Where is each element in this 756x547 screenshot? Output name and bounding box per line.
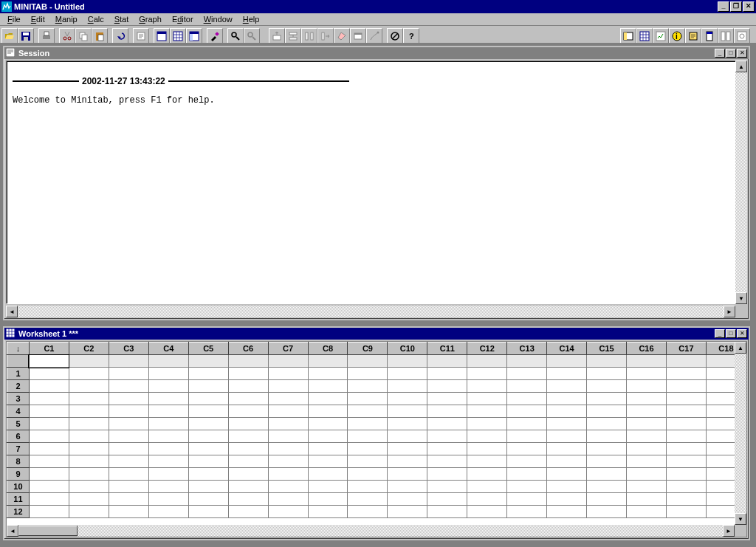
data-cell[interactable] <box>467 443 507 455</box>
show-graphs-folder-button[interactable] <box>653 28 669 44</box>
menu-editor[interactable]: Editor <box>168 14 198 24</box>
print-button[interactable] <box>38 28 55 44</box>
data-cell[interactable] <box>587 405 627 418</box>
scroll-left-icon[interactable]: ◄ <box>6 306 18 317</box>
row-header[interactable]: 2 <box>7 380 30 393</box>
find-next-button[interactable] <box>244 28 260 44</box>
data-cell[interactable] <box>587 468 627 481</box>
data-cell[interactable] <box>427 368 467 380</box>
data-cell[interactable] <box>427 430 467 443</box>
data-cell[interactable] <box>507 368 547 380</box>
column-header[interactable]: C13 <box>507 343 547 355</box>
data-cell[interactable] <box>109 430 148 443</box>
undo-button[interactable] <box>112 28 128 44</box>
row-header[interactable]: 1 <box>7 368 30 380</box>
data-cell[interactable] <box>148 380 188 393</box>
row-header[interactable]: 11 <box>7 493 30 506</box>
data-cell[interactable] <box>587 455 627 468</box>
data-cell[interactable] <box>188 368 228 380</box>
project-manager-button[interactable] <box>620 28 636 44</box>
data-cell[interactable] <box>109 455 148 468</box>
column-name-cell[interactable] <box>268 355 308 368</box>
data-cell[interactable] <box>666 430 706 443</box>
data-cell[interactable] <box>587 506 627 518</box>
show-report-button[interactable] <box>701 28 718 44</box>
data-cell[interactable] <box>388 405 427 418</box>
data-cell[interactable] <box>348 380 388 393</box>
menu-calc[interactable]: Calc <box>83 14 109 24</box>
scroll-up-icon[interactable]: ▲ <box>735 342 746 354</box>
data-cell[interactable] <box>666 405 706 418</box>
column-name-cell[interactable] <box>188 355 228 368</box>
data-cell[interactable] <box>109 405 148 418</box>
data-cell[interactable] <box>547 418 587 430</box>
data-cell[interactable] <box>627 405 667 418</box>
data-cell[interactable] <box>109 468 148 481</box>
data-cell[interactable] <box>348 493 388 506</box>
data-cell[interactable] <box>507 430 547 443</box>
data-cell[interactable] <box>148 418 188 430</box>
data-cell[interactable] <box>268 405 308 418</box>
row-header[interactable]: 9 <box>7 468 30 481</box>
data-cell[interactable] <box>507 468 547 481</box>
data-cell[interactable] <box>467 380 507 393</box>
data-cell[interactable] <box>627 443 667 455</box>
cancel-button[interactable] <box>387 28 403 44</box>
data-cell[interactable] <box>427 506 467 518</box>
data-cell[interactable] <box>587 368 627 380</box>
row-header[interactable]: 3 <box>7 393 30 405</box>
data-cell[interactable] <box>69 393 109 405</box>
data-cell[interactable] <box>188 468 228 481</box>
column-name-cell[interactable] <box>627 355 667 368</box>
data-cell[interactable] <box>666 418 706 430</box>
column-name-cell[interactable] <box>587 355 627 368</box>
data-cell[interactable] <box>467 481 507 493</box>
data-cell[interactable] <box>228 418 268 430</box>
column-name-cell[interactable] <box>69 355 109 368</box>
data-cell[interactable] <box>29 430 69 443</box>
column-header[interactable]: C4 <box>148 343 188 355</box>
data-cell[interactable] <box>228 430 268 443</box>
data-cell[interactable] <box>587 481 627 493</box>
data-cell[interactable] <box>148 393 188 405</box>
data-cell[interactable] <box>348 368 388 380</box>
data-cell[interactable] <box>188 455 228 468</box>
column-header[interactable]: C15 <box>587 343 627 355</box>
column-header[interactable]: C1 <box>29 343 69 355</box>
data-cell[interactable] <box>228 393 268 405</box>
data-cell[interactable] <box>148 506 188 518</box>
data-cell[interactable] <box>348 430 388 443</box>
data-cell[interactable] <box>109 481 148 493</box>
data-cell[interactable] <box>268 380 308 393</box>
cut-button[interactable] <box>59 28 75 44</box>
data-cell[interactable] <box>268 493 308 506</box>
worksheet-titlebar[interactable]: Worksheet 1 *** _ □ ✕ <box>4 328 749 340</box>
row-header[interactable]: 5 <box>7 418 30 430</box>
data-cell[interactable] <box>29 468 69 481</box>
data-cell[interactable] <box>69 493 109 506</box>
data-cell[interactable] <box>467 468 507 481</box>
scroll-right-icon[interactable]: ► <box>724 306 735 317</box>
data-cell[interactable] <box>348 468 388 481</box>
previous-command-button[interactable] <box>133 28 149 44</box>
data-cell[interactable] <box>666 380 706 393</box>
column-header[interactable]: C16 <box>627 343 667 355</box>
column-header[interactable]: C9 <box>348 343 388 355</box>
menu-stat[interactable]: Stat <box>110 14 134 24</box>
data-cell[interactable] <box>228 468 268 481</box>
last-dialog-button[interactable] <box>350 28 366 44</box>
data-cell[interactable] <box>148 368 188 380</box>
data-cell[interactable] <box>308 455 348 468</box>
data-cell[interactable] <box>148 405 188 418</box>
session-titlebar[interactable]: Session _ □ ✕ <box>4 47 749 59</box>
data-cell[interactable] <box>29 405 69 418</box>
data-cell[interactable] <box>148 468 188 481</box>
data-cell[interactable] <box>627 481 667 493</box>
data-cell[interactable] <box>547 443 587 455</box>
row-header[interactable]: 8 <box>7 455 30 468</box>
data-cell[interactable] <box>427 481 467 493</box>
data-cell[interactable] <box>348 481 388 493</box>
data-cell[interactable] <box>627 455 667 468</box>
data-cell[interactable] <box>587 430 627 443</box>
data-cell[interactable] <box>109 443 148 455</box>
